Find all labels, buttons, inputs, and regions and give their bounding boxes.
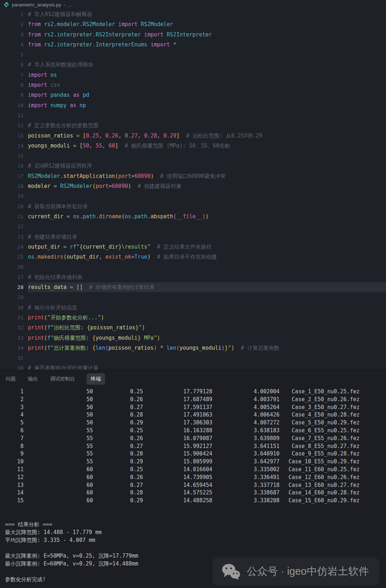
tab-problems[interactable]: 问题 <box>5 373 16 385</box>
terminal-cell: 0.26 <box>93 474 143 482</box>
terminal-row: 10550.2915.8059993.642977Case_10_E55_nu0… <box>0 458 386 466</box>
vscode-window: parametric_analysis.py › ... 1# 导入RS2建模器… <box>0 0 386 588</box>
code-lines: 1# 导入RS2建模器和解释器2from rs2.modeler.RS2Mode… <box>0 9 386 370</box>
terminal-row: 1500.2517.7791284.002004Case_1_E50_nu0.2… <box>0 388 386 396</box>
terminal-cell: 0.27 <box>93 482 143 489</box>
terminal-cell: 60 <box>24 466 93 474</box>
line-number: 28 <box>0 282 24 292</box>
terminal-cell: Case_4_E50_nu0.28.fez <box>279 411 386 419</box>
code-line: 11 <box>0 110 386 120</box>
terminal-cell: 60 <box>24 497 93 505</box>
terminal-cell: 0.25 <box>93 427 143 435</box>
terminal-cell: 6 <box>0 427 24 435</box>
code-line: 34print(f"总计算案例数: {len(poisson_ratios) *… <box>0 343 386 353</box>
watermark-text: 公众号 · igeo中仿岩土软件 <box>247 564 369 579</box>
terminal-cell: 14.575225 <box>143 489 212 497</box>
terminal-cell: 3.338687 <box>212 489 279 497</box>
terminal-summary-line: 平均沉降范围: 3.335 - 4.007 mm <box>5 536 386 544</box>
code-text: poisson_ratios = [0.25, 0.26, 0.27, 0.28… <box>28 131 386 141</box>
terminal-row: 14600.2814.5752253.338687Case_14_E60_nu0… <box>0 489 386 497</box>
line-number: 18 <box>0 181 24 191</box>
code-text: # 定义参数化分析的参数范围 <box>28 120 386 130</box>
code-text <box>28 262 386 272</box>
terminal-cell: 0.25 <box>93 388 143 396</box>
line-number: 3 <box>0 30 24 40</box>
tab-output[interactable]: 输出 <box>27 373 39 385</box>
terminal-cell: 14.739905 <box>143 474 212 482</box>
tab-terminal[interactable]: 终端 <box>86 373 105 385</box>
watermark-badge: 公众号 · igeo中仿岩土软件 <box>212 557 380 586</box>
terminal-cell: 16.163288 <box>143 427 212 435</box>
line-number: 36 <box>0 363 24 370</box>
terminal-cell: Case_9_E55_nu0.28.fez <box>279 450 386 458</box>
code-line: 19 <box>0 191 386 201</box>
code-text: current_dir = os.path.dirname(os.path.ab… <box>28 211 386 221</box>
terminal-cell: 50 <box>24 404 93 412</box>
terminal-cell: 0.25 <box>93 466 143 474</box>
line-number: 26 <box>0 262 24 272</box>
terminal-cell: 7 <box>0 435 24 443</box>
code-line: 35 <box>0 353 386 363</box>
terminal-cell: 60 <box>24 482 93 489</box>
code-line: 21current_dir = os.path.dirname(os.path.… <box>0 211 386 221</box>
code-line: 3from rs2.interpreter.RS2Interpreter imp… <box>0 30 386 40</box>
code-editor[interactable]: 1# 导入RS2建模器和解释器2from rs2.modeler.RS2Mode… <box>0 9 386 370</box>
terminal-cell: 15.805999 <box>143 458 212 466</box>
code-line: 26 <box>0 262 386 272</box>
terminal-cell: 10 <box>0 458 24 466</box>
terminal-summary-line: 最大沉降范围: 14.488 - 17.779 mm <box>5 528 386 536</box>
tab-debug-console[interactable]: 调试控制台 <box>49 373 76 385</box>
terminal-cell: 0.29 <box>93 458 143 466</box>
code-text: print(f"总计算案例数: {len(poisson_ratios) * l… <box>28 343 386 353</box>
terminal-cell: 50 <box>24 419 93 427</box>
breadcrumb-file[interactable]: parametric_analysis.py <box>12 2 61 8</box>
terminal-cell: 3.338208 <box>212 497 279 505</box>
bottom-panel: 问题 输出 调试控制台 终端 1500.2517.7791284.002004C… <box>0 370 386 588</box>
line-number: 24 <box>0 242 24 252</box>
terminal-row: 3500.2717.5911374.005264Case_3_E50_nu0.2… <box>0 404 386 412</box>
terminal-row: 9550.2815.9004243.640910Case_9_E55_nu0.2… <box>0 450 386 458</box>
code-text: # 启动RS2建模器应用程序 <box>28 161 386 171</box>
terminal-row: 5500.2917.3863034.007272Case_5_E50_nu0.2… <box>0 419 386 427</box>
terminal-cell: 12 <box>0 474 24 482</box>
line-number: 8 <box>0 80 24 90</box>
terminal-cell: Case_10_E55_nu0.29.fez <box>279 458 386 466</box>
terminal-cell: 14.816604 <box>143 466 212 474</box>
line-number: 7 <box>0 70 24 80</box>
code-text: from rs2.interpreter.InterpreterEnums im… <box>28 40 386 50</box>
terminal-cell: 55 <box>24 435 93 443</box>
line-number: 22 <box>0 221 24 231</box>
terminal-cell: 55 <box>24 427 93 435</box>
code-line: 29 <box>0 292 386 302</box>
code-line: 16# 启动RS2建模器应用程序 <box>0 161 386 171</box>
terminal-cell: Case_6_E55_nu0.25.fez <box>279 427 386 435</box>
code-text <box>28 151 386 161</box>
terminal-cell: 3.336491 <box>212 474 279 482</box>
code-text: # 获取当前脚本所在目录 <box>28 201 386 211</box>
breadcrumb-symbol-more[interactable]: ... <box>68 2 73 8</box>
code-text: # 输出分析开始信息 <box>28 303 386 313</box>
terminal-cell: 4.005264 <box>212 404 279 412</box>
line-number: 27 <box>0 272 24 282</box>
line-number: 32 <box>0 323 24 333</box>
terminal-cell: 3.641151 <box>212 443 279 450</box>
terminal-cell: Case_2_E50_nu0.26.fez <box>279 396 386 404</box>
terminal-row: 15600.2914.4882583.338208Case_15_E60_nu0… <box>0 497 386 505</box>
terminal-cell: 9 <box>0 450 24 458</box>
line-number: 15 <box>0 151 24 161</box>
terminal-output[interactable]: 1500.2517.7791284.002004Case_1_E50_nu0.2… <box>0 388 386 583</box>
code-text: import csv <box>28 80 386 90</box>
line-number: 33 <box>0 333 24 343</box>
terminal-row: 12600.2614.7399053.336491Case_12_E60_nu0… <box>0 474 386 482</box>
terminal-cell: 11 <box>0 466 24 474</box>
terminal-cell: 55 <box>24 458 93 466</box>
terminal-cell: 50 <box>24 396 93 404</box>
code-text: RS2Modeler.startApplication(port=60090) … <box>28 171 386 181</box>
code-text: modeler = RS2Modeler(port=60090) # 创建建模器… <box>28 181 386 191</box>
line-number: 29 <box>0 292 24 302</box>
terminal-cell: 15.900424 <box>143 450 212 458</box>
line-number: 20 <box>0 201 24 211</box>
breadcrumb-separator-icon: › <box>64 2 65 8</box>
terminal-cell: 4.002004 <box>212 388 279 396</box>
code-text: # 导入系统和数据处理模块 <box>28 60 386 70</box>
